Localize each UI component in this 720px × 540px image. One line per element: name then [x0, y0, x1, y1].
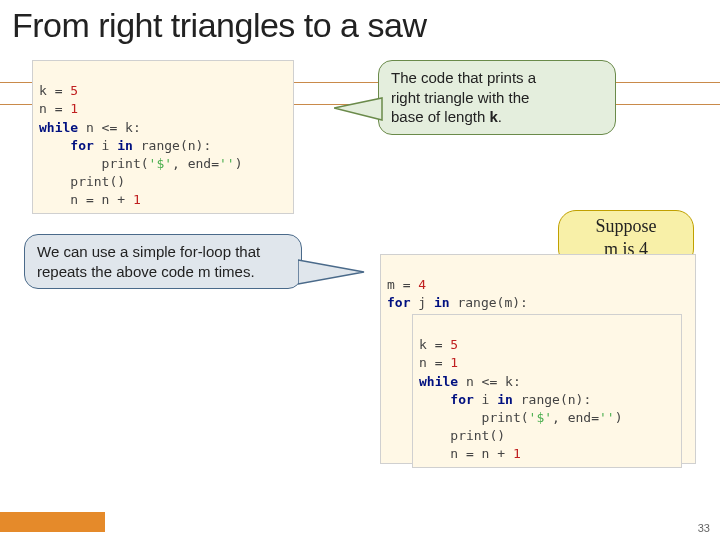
callout-bold-k: k — [489, 108, 497, 125]
callout-text: We can use a simple for-loop that repeat… — [37, 243, 260, 280]
svg-marker-1 — [298, 260, 364, 284]
slide-title: From right triangles to a saw — [0, 0, 720, 49]
page-number: 33 — [698, 522, 710, 534]
callout-triangle-desc: The code that prints a right triangle wi… — [378, 60, 616, 135]
callout-tail — [334, 96, 384, 126]
callout-text: The code that prints a right triangle wi… — [391, 69, 536, 125]
callout-tail — [298, 256, 368, 288]
footer-accent — [0, 512, 105, 532]
code-block-triangle: k = 5 n = 1 while n <= k: for i in range… — [32, 60, 294, 214]
callout-for-loop: We can use a simple for-loop that repeat… — [24, 234, 302, 289]
callout-line1: Suppose — [575, 215, 677, 238]
svg-marker-0 — [334, 98, 382, 120]
code-block-inner: k = 5 n = 1 while n <= k: for i in range… — [412, 314, 682, 468]
